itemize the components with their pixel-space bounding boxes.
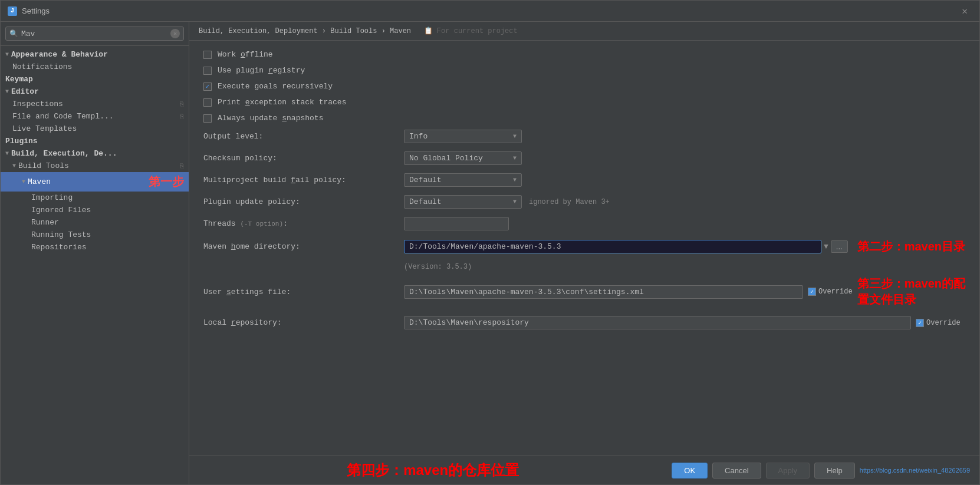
maven-home-annotation: 第二步：maven目录	[857, 239, 965, 255]
sidebar-item-plugins[interactable]: Plugins	[1, 135, 189, 147]
maven-home-dropdown-arrow[interactable]: ▼	[824, 242, 828, 251]
sidebar-item-label: Appearance & Behavior	[11, 50, 184, 59]
maven-home-input[interactable]	[404, 240, 821, 253]
sidebar-item-build-execution[interactable]: ▼ Build, Execution, De...	[1, 147, 189, 160]
title-bar: J Settings ✕	[1, 1, 979, 22]
user-settings-input[interactable]	[404, 285, 803, 299]
ok-button[interactable]: OK	[672, 463, 708, 479]
sidebar-item-label: Build Tools	[18, 161, 177, 170]
bottom-annotation: 第四步：maven的仓库位置	[199, 461, 667, 480]
breadcrumb: Build, Execution, Deployment › Build Too…	[189, 22, 979, 41]
output-level-label: Output level:	[203, 132, 404, 141]
cancel-button[interactable]: Cancel	[712, 463, 761, 479]
sidebar-item-build-tools[interactable]: ▼ Build Tools ⎘	[1, 160, 189, 172]
checksum-policy-label: Checksum policy:	[203, 154, 404, 163]
sidebar-item-runner[interactable]: Runner	[1, 216, 189, 229]
dropdown-arrow-icon: ▼	[513, 133, 517, 140]
search-clear-button[interactable]: ✕	[170, 29, 180, 38]
form-row-local-repository: Local repository: ✓ Override	[203, 316, 965, 329]
sidebar-item-ignored-files[interactable]: Ignored Files	[1, 204, 189, 216]
plugin-update-note: ignored by Maven 3+	[529, 198, 610, 206]
search-input[interactable]	[21, 29, 170, 38]
breadcrumb-text: Build, Execution, Deployment › Build Too…	[199, 27, 411, 35]
search-wrapper: 🔍 ✕	[5, 27, 184, 41]
sidebar-item-label: File and Code Templ...	[12, 112, 177, 121]
work-offline-checkbox[interactable]	[203, 51, 212, 59]
checkbox-work-offline: Work offline	[203, 50, 965, 59]
sidebar-item-label: Notifications	[12, 62, 184, 71]
sidebar-item-inspections[interactable]: Inspections ⎘	[1, 98, 189, 110]
local-repository-input-wrapper	[404, 316, 911, 329]
checkbox-always-update: Always update snapshots	[203, 114, 965, 123]
sidebar-item-keymap[interactable]: Keymap	[1, 73, 189, 85]
multiproject-label: Multiproject build fail policy:	[203, 176, 404, 184]
sidebar-item-maven[interactable]: ▼ Maven 第一步	[1, 172, 189, 192]
sidebar-item-live-templates[interactable]: Live Templates	[1, 123, 189, 135]
sidebar-item-running-tests[interactable]: Running Tests	[1, 229, 189, 241]
use-plugin-registry-checkbox[interactable]	[203, 67, 212, 75]
sidebar-item-label: Plugins	[5, 137, 184, 146]
sidebar-item-label: Editor	[11, 87, 184, 96]
user-settings-override-checkbox[interactable]: ✓	[808, 288, 816, 296]
form-row-output-level: Output level: Info ▼	[203, 130, 965, 143]
main-content: 🔍 ✕ ▼ Appearance & Behavior Notification…	[1, 22, 979, 484]
sidebar-item-repositories[interactable]: Repositories	[1, 241, 189, 253]
main-panel: Build, Execution, Deployment › Build Too…	[189, 22, 979, 484]
checkbox-execute-goals: ✓ Execute goals recursively	[203, 82, 965, 91]
apply-button[interactable]: Apply	[766, 463, 810, 479]
maven-home-input-wrapper: ▼ ...	[404, 240, 848, 253]
local-repository-override-checkbox[interactable]: ✓	[916, 319, 924, 327]
threads-label: Threads (-T option):	[203, 219, 404, 228]
sidebar-item-label: Runner	[31, 218, 184, 227]
sidebar-item-label: Repositories	[31, 243, 184, 252]
sidebar-item-notifications[interactable]: Notifications	[1, 61, 189, 73]
execute-goals-label: Execute goals recursively	[218, 82, 333, 91]
dropdown-arrow-icon: ▼	[513, 177, 517, 183]
local-repository-override-label: Override	[926, 319, 961, 327]
step-annotation-1: 第一步	[149, 174, 184, 190]
help-button[interactable]: Help	[814, 463, 855, 479]
maven-home-browse-button[interactable]: ...	[831, 240, 848, 253]
sidebar-item-editor[interactable]: ▼ Editor	[1, 85, 189, 98]
plugin-update-dropdown[interactable]: Default ▼	[404, 195, 522, 209]
maven-version-note: (Version: 3.5.3)	[404, 263, 965, 271]
always-update-label: Always update snapshots	[218, 114, 323, 123]
form-row-user-settings: User settings file: ✓ Override 第三步：maven…	[203, 276, 965, 308]
app-icon: J	[8, 6, 17, 16]
dropdown-arrow-icon: ▼	[513, 199, 517, 205]
search-bar: 🔍 ✕	[1, 22, 189, 46]
window-title: Settings	[22, 6, 957, 15]
sidebar-item-label: Importing	[31, 193, 184, 202]
settings-content: Work offline Use plugin registry ✓ Execu…	[189, 41, 979, 456]
close-button[interactable]: ✕	[957, 3, 972, 19]
sidebar-item-file-code-templates[interactable]: File and Code Templ... ⎘	[1, 110, 189, 123]
always-update-checkbox[interactable]	[203, 114, 212, 123]
sidebar-item-importing[interactable]: Importing	[1, 192, 189, 204]
maven-home-label: Maven home directory:	[203, 242, 404, 251]
output-level-dropdown[interactable]: Info ▼	[404, 130, 522, 143]
sidebar-item-label: Ignored Files	[31, 206, 184, 215]
expand-icon: ▼	[5, 51, 9, 58]
threads-input[interactable]	[404, 217, 509, 230]
expand-icon: ▼	[5, 150, 9, 157]
local-repository-label: Local repository:	[203, 318, 404, 327]
local-repository-input[interactable]	[404, 316, 911, 329]
user-settings-override-label: Override	[818, 288, 853, 296]
user-settings-annotation: 第三步：maven的配置文件目录	[857, 276, 965, 308]
form-row-maven-home: Maven home directory: ▼ ... 第二步：maven目录	[203, 239, 965, 255]
sidebar-item-appearance-behavior[interactable]: ▼ Appearance & Behavior	[1, 48, 189, 61]
nav-tree: ▼ Appearance & Behavior Notifications Ke…	[1, 46, 189, 256]
breadcrumb-note: 📋 For current project	[424, 27, 518, 35]
print-exception-checkbox[interactable]	[203, 98, 212, 107]
checksum-policy-value: No Global Policy	[409, 154, 511, 163]
execute-goals-checkbox[interactable]: ✓	[203, 83, 212, 91]
checksum-policy-dropdown[interactable]: No Global Policy ▼	[404, 151, 522, 165]
expand-icon: ▼	[22, 179, 25, 185]
bottom-bar: 第四步：maven的仓库位置 OK Cancel Apply Help http…	[189, 456, 979, 484]
multiproject-dropdown[interactable]: Default ▼	[404, 173, 522, 187]
work-offline-label: Work offline	[218, 50, 273, 59]
user-settings-input-wrapper	[404, 285, 803, 299]
settings-window: J Settings ✕ 🔍 ✕ ▼ Appearance & Behavior	[0, 0, 980, 485]
expand-icon: ▼	[12, 163, 16, 169]
user-settings-override: ✓ Override	[808, 288, 853, 296]
